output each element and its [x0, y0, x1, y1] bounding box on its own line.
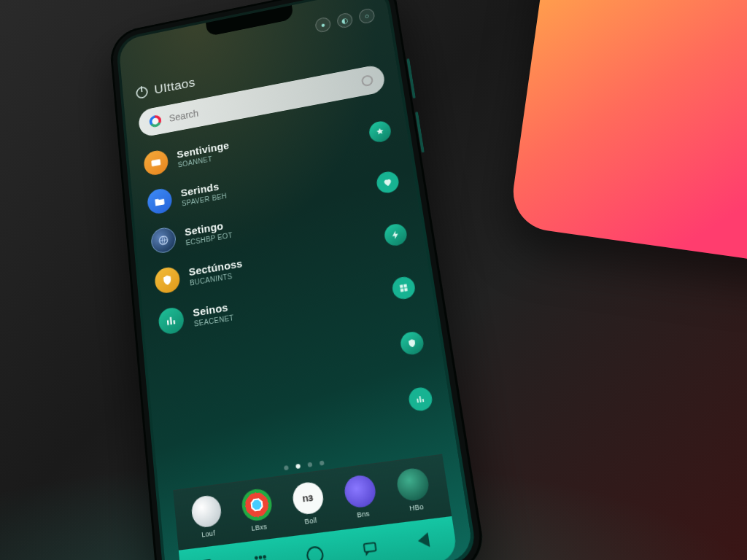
- status-indicator-1: ●: [314, 16, 331, 33]
- dock-app[interactable]: Bns: [343, 473, 379, 520]
- chart-icon: [158, 306, 185, 335]
- desk-surface: ● ◐ ○ UIttaos Sent: [0, 0, 747, 560]
- status-indicator-2: ◐: [336, 12, 353, 28]
- dock-app[interactable]: nɜ Boll: [291, 480, 326, 526]
- smartphone: ● ◐ ○ UIttaos Sent: [124, 0, 438, 560]
- card-icon: [143, 149, 169, 176]
- nav-back-button[interactable]: [417, 532, 436, 551]
- dock-app[interactable]: HBo: [395, 466, 433, 513]
- dock-app-label: Louf: [201, 529, 216, 538]
- app-icon: nɜ: [291, 480, 325, 515]
- dock-app[interactable]: Louf: [190, 494, 224, 540]
- phone-screen: ● ◐ ○ UIttaos Sent: [118, 0, 474, 560]
- compass-icon: [190, 494, 222, 529]
- quick-action-star[interactable]: [368, 120, 392, 144]
- svg-point-3: [259, 556, 261, 559]
- dock-app-label: HBo: [409, 502, 424, 512]
- dock-app-label: Boll: [304, 516, 317, 525]
- nav-chat-button[interactable]: [360, 539, 380, 559]
- page-title: UIttaos: [154, 75, 196, 97]
- chrome-icon: [240, 487, 273, 522]
- app-icon: [343, 473, 377, 509]
- power-icon: [136, 86, 148, 100]
- phone-body: ● ◐ ○ UIttaos Sent: [109, 0, 487, 560]
- folder-icon: [147, 187, 173, 215]
- google-icon: [149, 114, 162, 128]
- dock-app[interactable]: LBxs: [240, 487, 274, 533]
- globe-icon: [395, 466, 431, 502]
- status-indicator-3: ○: [358, 7, 376, 24]
- dock-app-label: LBxs: [251, 522, 268, 532]
- mic-icon[interactable]: [361, 74, 374, 87]
- nav-drawer-button[interactable]: [252, 552, 270, 560]
- background-tablet: [508, 0, 747, 268]
- volume-up-button[interactable]: [406, 58, 416, 98]
- shield-icon: [154, 265, 181, 295]
- dock-app-label: Bns: [357, 509, 371, 518]
- svg-point-4: [263, 556, 266, 558]
- svg-rect-0: [151, 159, 160, 166]
- nav-home-button[interactable]: [306, 545, 325, 560]
- svg-rect-11: [364, 542, 376, 552]
- volume-down-button[interactable]: [415, 112, 425, 153]
- svg-point-2: [255, 556, 257, 559]
- globe-icon: [150, 226, 177, 254]
